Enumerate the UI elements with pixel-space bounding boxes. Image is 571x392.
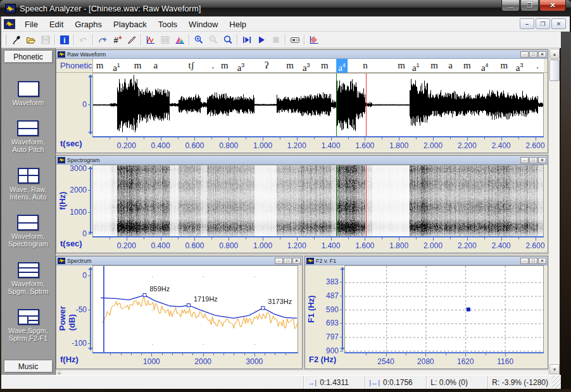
graph-icon: [306, 258, 314, 264]
open-file-icon[interactable]: [23, 33, 38, 46]
scrollbar-thumb[interactable]: [549, 60, 560, 81]
waveform-graph-icon[interactable]: [143, 33, 158, 46]
close-button[interactable]: [539, 0, 566, 11]
menu-item-help[interactable]: Help: [223, 18, 252, 31]
spectrum-plot[interactable]: [92, 265, 298, 352]
scroll-up-icon[interactable]: ▲: [549, 49, 560, 59]
taskbar-sidebar: Phonetic WaveformWaveform,Auto PitchWave…: [1, 48, 56, 375]
panel-minimize-button[interactable]: [520, 258, 529, 264]
phonetic-segment[interactable]: .: [210, 59, 216, 73]
phonetic-segment[interactable]: m: [461, 59, 473, 73]
phonetic-segment[interactable]: .: [534, 59, 541, 73]
panel-titlebar[interactable]: Spectrogram: [56, 156, 548, 165]
panel-minimize-button[interactable]: [275, 258, 283, 264]
layout-button-wave-spgm-sptrm-f2-f1[interactable]: Wave,Spgm,Sptrm,F2-F1: [8, 309, 48, 342]
waveform-plot[interactable]: [92, 73, 544, 136]
zoom-full-icon[interactable]: [220, 33, 235, 46]
scroll-down-icon[interactable]: ▼: [549, 364, 560, 374]
play-icon[interactable]: [254, 33, 268, 46]
mdi-minimize-button[interactable]: [520, 18, 534, 29]
vertical-scrollbar[interactable]: ▲ ▼: [548, 48, 560, 375]
end-cursor[interactable]: [366, 73, 367, 136]
start-cursor[interactable]: [336, 165, 337, 236]
menu-item-edit[interactable]: Edit: [44, 18, 69, 31]
panel-maximize-button[interactable]: [284, 258, 292, 264]
menu-item-window[interactable]: Window: [183, 18, 223, 31]
phonetic-segment[interactable]: a3: [301, 59, 312, 73]
panel-titlebar[interactable]: F2 v. F1: [305, 256, 548, 265]
layout-button-wave-raw-intens-auto[interactable]: Wave, Raw,Intens, Auto: [9, 168, 46, 201]
menu-item-tools[interactable]: Tools: [153, 18, 183, 31]
record-mic-icon[interactable]: [9, 33, 23, 46]
tab-music[interactable]: Music: [4, 360, 53, 373]
panel-titlebar[interactable]: Raw Waveform: [56, 50, 548, 59]
f2f1-plot[interactable]: [344, 265, 544, 352]
phonetic-segment[interactable]: a1: [111, 59, 122, 73]
menu-item-playback[interactable]: Playback: [108, 18, 153, 31]
layout-button-waveform-spectrogram[interactable]: Waveform,Spectrogram: [8, 215, 48, 248]
panel-close-button[interactable]: [292, 258, 301, 264]
info-icon[interactable]: i: [57, 33, 72, 46]
horizontal-scrollbar[interactable]: ◂: [56, 370, 548, 375]
menu-item-file[interactable]: File: [19, 18, 44, 31]
panel-maximize-button[interactable]: [529, 157, 537, 163]
zoom-in-icon[interactable]: [191, 33, 206, 46]
phonetic-segment[interactable]: a: [446, 59, 455, 73]
panel-maximize-button[interactable]: [529, 258, 537, 264]
time-tick-label: 0.400: [151, 241, 170, 250]
phonetic-segment-selected[interactable]: a4: [336, 59, 348, 73]
phonetic-segment[interactable]: m: [319, 59, 330, 73]
color-graph-icon[interactable]: [172, 33, 187, 46]
stop-icon[interactable]: [268, 33, 283, 46]
gray-graph-icon[interactable]: [158, 33, 172, 46]
menu-item-graphs[interactable]: Graphs: [69, 18, 108, 31]
panel-maximize-button[interactable]: [529, 51, 537, 58]
phonetic-segment[interactable]: m: [499, 59, 510, 73]
undo-icon[interactable]: [76, 33, 91, 46]
phonetic-segment[interactable]: a3: [235, 59, 247, 73]
goto-add-icon[interactable]: [95, 33, 110, 46]
phonetic-segment[interactable]: m: [396, 59, 407, 73]
phonetic-segment[interactable]: m: [429, 59, 440, 73]
phonetic-segment[interactable]: n: [361, 59, 370, 73]
start-cursor[interactable]: [336, 73, 337, 136]
record-overlay-icon[interactable]: [306, 33, 321, 46]
mdi-restore-button[interactable]: [536, 18, 550, 29]
layout-button-waveform[interactable]: Waveform: [13, 81, 44, 106]
panel-close-button[interactable]: [538, 51, 546, 58]
phonetic-segment[interactable]: m: [132, 59, 144, 73]
toolbar-grip[interactable]: [4, 34, 6, 46]
tab-phonetic[interactable]: Phonetic: [4, 50, 53, 63]
end-cursor[interactable]: [366, 165, 367, 236]
panel-minimize-button[interactable]: [520, 157, 529, 163]
phonetic-segment[interactable]: ʔ: [263, 59, 271, 73]
phonetic-segment[interactable]: a4: [479, 59, 491, 73]
phonetic-segment[interactable]: a: [152, 59, 160, 73]
play-selection-icon[interactable]: [239, 33, 254, 46]
panel-titlebar[interactable]: Spectrum: [56, 256, 302, 265]
maximize-button[interactable]: [520, 0, 539, 11]
spectrogram-plot[interactable]: [92, 165, 544, 236]
function-keys-icon[interactable]: [287, 33, 302, 46]
window-titlebar[interactable]: Speech Analyzer - [Chinese.wav: Raw Wave…: [0, 0, 571, 16]
layout-button-waveform-spgm-sptrm[interactable]: Waveform,Spgm, Sptrm: [8, 262, 48, 295]
layout-button-waveform-auto-pitch[interactable]: Waveform,Auto Pitch: [11, 120, 45, 153]
layout-rows2-icon: [17, 215, 39, 231]
panel-minimize-button[interactable]: [520, 51, 529, 58]
panel-close-button[interactable]: [538, 157, 546, 163]
phonetic-segment[interactable]: a3: [514, 59, 525, 73]
phonetic-segment[interactable]: a1: [410, 59, 422, 73]
resize-grip[interactable]: [552, 376, 561, 389]
number-annotate-icon[interactable]: #+: [110, 33, 124, 46]
phonetic-segment[interactable]: m: [94, 59, 106, 73]
phonetic-segment[interactable]: m: [284, 59, 296, 73]
minimize-button[interactable]: [501, 0, 520, 11]
phonetic-segment[interactable]: tʃ: [187, 59, 196, 73]
save-icon[interactable]: [38, 33, 53, 46]
phonetic-segment[interactable]: m: [219, 59, 230, 73]
edit-pencil-icon[interactable]: [124, 33, 139, 46]
mdi-close-button[interactable]: [551, 18, 566, 29]
scroll-left-icon[interactable]: ◂: [56, 370, 62, 375]
zoom-out-icon[interactable]: [206, 33, 220, 46]
panel-close-button[interactable]: [538, 258, 546, 264]
